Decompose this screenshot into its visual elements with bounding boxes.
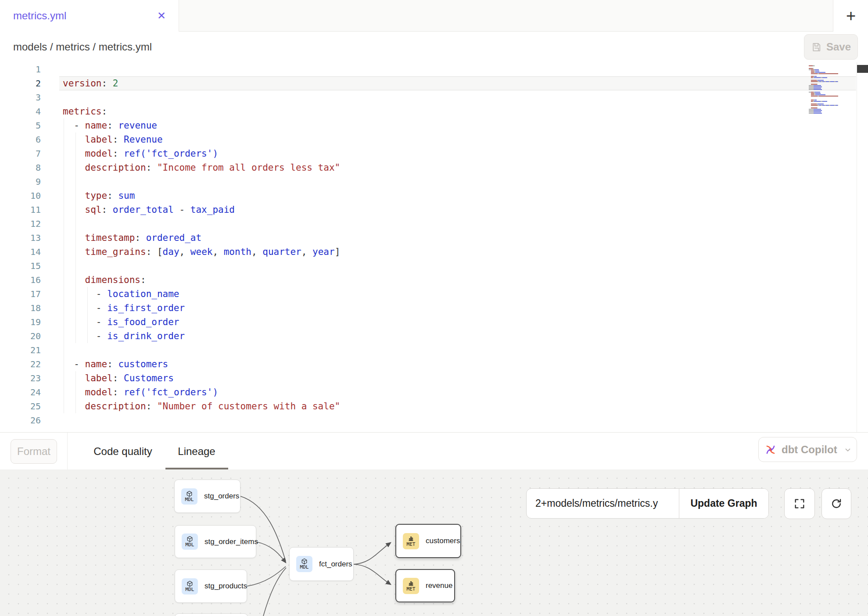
dbt-copilot-button[interactable]: dbt Copilot <box>758 437 857 462</box>
close-icon[interactable]: ✕ <box>154 9 169 23</box>
minimap-line <box>809 107 855 108</box>
minimap-line <box>809 106 855 107</box>
lineage-node-customers[interactable]: METcustomers <box>395 524 461 558</box>
editor-tab-strip: metrics.yml ✕ + <box>0 0 868 32</box>
minimap-line <box>809 90 855 91</box>
minimap-line <box>809 113 855 114</box>
minimap-line <box>809 67 855 68</box>
lineage-node-fct_orders[interactable]: MDLfct_orders <box>289 547 354 581</box>
gutter: 1234567891011121314151617181920212223242… <box>0 62 41 427</box>
minimap-line <box>809 65 855 66</box>
tab-lineage[interactable]: Lineage <box>171 433 222 470</box>
line-number: 12 <box>0 217 41 231</box>
graph-selector-input[interactable] <box>527 489 679 518</box>
node-label: customers <box>426 537 460 545</box>
node-label: stg_orders <box>204 492 239 501</box>
minimap-line <box>809 81 855 82</box>
lineage-node-revenue[interactable]: METrevenue <box>395 569 455 602</box>
code-line: description: "Number of customers with a… <box>63 399 340 413</box>
format-button[interactable]: Format <box>11 439 57 464</box>
minimap-line <box>809 110 855 111</box>
bottom-panel-bar: Format Code quality Lineage dbt Copilot <box>0 432 868 469</box>
line-number: 16 <box>0 273 41 287</box>
model-badge-cube-icon: MDL <box>296 556 312 572</box>
line-number: 23 <box>0 371 41 385</box>
code-line: - is_food_order <box>63 315 340 329</box>
line-number: 20 <box>0 329 41 343</box>
code-line: sql: order_total - tax_paid <box>63 203 340 217</box>
lineage-graph[interactable]: MDLstg_ordersMDLstg_order_itemsMDLstg_pr… <box>0 469 868 616</box>
minimap-line <box>809 94 855 95</box>
line-number: 15 <box>0 259 41 273</box>
minimap-line <box>809 73 855 74</box>
save-button[interactable]: Save <box>804 34 858 60</box>
lineage-node-stg_products[interactable]: MDLstg_products <box>175 569 247 603</box>
minimap[interactable] <box>809 64 855 114</box>
minimap-line <box>809 97 855 98</box>
line-number: 5 <box>0 118 41 133</box>
node-label: stg_order_items <box>204 537 258 546</box>
code-line: - name: customers <box>63 357 340 371</box>
dbt-copilot-label: dbt Copilot <box>782 444 837 456</box>
line-number: 4 <box>0 104 41 118</box>
line-number: 7 <box>0 147 41 161</box>
tab-title: metrics.yml <box>13 10 66 22</box>
fullscreen-button[interactable] <box>784 488 815 519</box>
minimap-line <box>809 105 855 106</box>
refresh-button[interactable] <box>821 488 851 519</box>
tab-strip-divider <box>833 0 833 32</box>
minimap-line <box>809 85 855 86</box>
indent-guide <box>75 371 76 413</box>
code-lines: version: 2metrics: - name: revenue label… <box>63 62 340 427</box>
lineage-node-stg_order_items[interactable]: MDLstg_order_items <box>175 525 256 558</box>
minimap-line <box>809 82 855 83</box>
indent-guide <box>75 133 76 343</box>
dbt-copilot-icon <box>765 444 776 455</box>
minimap-line <box>809 100 855 100</box>
line-number: 13 <box>0 231 41 245</box>
minimap-line <box>809 102 855 103</box>
graph-search-bar: Update Graph <box>526 488 769 519</box>
minimap-line <box>809 84 855 85</box>
chevron-down-icon <box>843 445 852 454</box>
line-number: 11 <box>0 203 41 217</box>
code-line: - is_drink_order <box>63 329 340 343</box>
line-number: 6 <box>0 133 41 147</box>
model-badge-cube-icon: MDL <box>182 578 198 595</box>
minimap-line <box>809 80 855 81</box>
scrollbar-thumb[interactable] <box>857 65 868 73</box>
breadcrumb-row: models / metrics / metrics.yml Save <box>0 32 868 62</box>
code-line: - location_name <box>63 287 340 301</box>
code-line: description: "Income from all orders les… <box>63 161 340 175</box>
line-number: 9 <box>0 175 41 189</box>
node-label: fct_orders <box>319 560 352 569</box>
code-editor[interactable]: 1234567891011121314151617181920212223242… <box>0 62 868 432</box>
minimap-line <box>809 76 855 77</box>
lineage-node-partial[interactable]: MDL <box>175 613 248 616</box>
tab-metrics-yml[interactable]: metrics.yml ✕ <box>0 0 179 32</box>
lineage-node-stg_orders[interactable]: MDLstg_orders <box>174 480 240 513</box>
minimap-line <box>809 64 855 65</box>
code-line: - name: revenue <box>63 118 340 133</box>
minimap-line <box>809 92 855 93</box>
minimap-line <box>809 71 855 72</box>
code-line: dimensions: <box>63 273 340 287</box>
minimap-line <box>809 109 855 110</box>
new-tab-button[interactable]: + <box>837 4 864 28</box>
line-number: 18 <box>0 301 41 315</box>
line-number: 26 <box>0 413 41 427</box>
code-line <box>63 62 340 76</box>
line-number: 2 <box>0 76 41 90</box>
code-line: label: Customers <box>63 371 340 385</box>
code-line <box>63 90 340 104</box>
line-number: 21 <box>0 343 41 357</box>
save-label: Save <box>826 41 851 53</box>
update-graph-button[interactable]: Update Graph <box>679 489 768 518</box>
line-number: 3 <box>0 90 41 104</box>
indent-guide <box>64 118 64 413</box>
minimap-line <box>809 68 855 69</box>
tab-code-quality[interactable]: Code quality <box>88 433 158 470</box>
scrollbar-track <box>857 62 857 432</box>
code-line: time_grains: [day, week, month, quarter,… <box>63 245 340 259</box>
metric-badge-chart-icon: MET <box>403 533 419 549</box>
